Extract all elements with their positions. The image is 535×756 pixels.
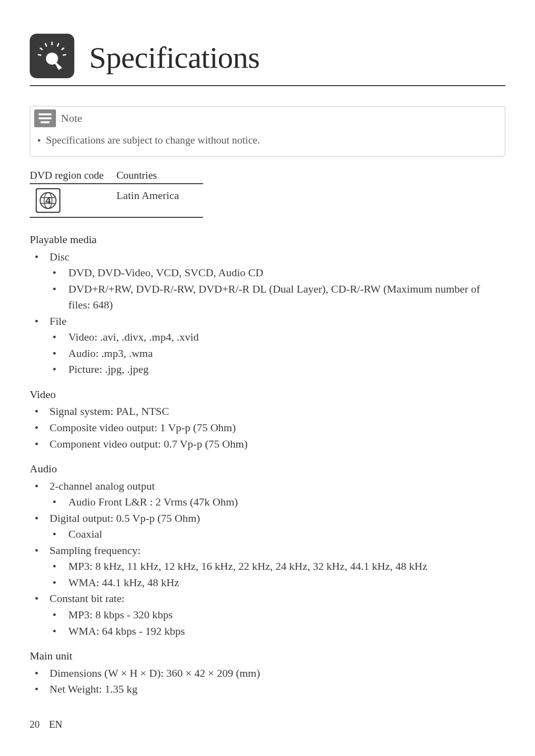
analog-label: 2-channel analog output: [50, 480, 155, 492]
list-item: Audio Front L&R : 2 Vrms (47k Ohm): [50, 494, 494, 510]
list-item: DVD, DVD-Video, VCD, SVCD, Audio CD: [50, 265, 494, 281]
list-item: MP3: 8 kHz, 11 kHz, 12 kHz, 16 kHz, 22 k…: [50, 558, 494, 575]
region-number: 4: [45, 195, 51, 206]
page-header: Specifications: [30, 34, 505, 86]
region-header-countries: Countries: [116, 169, 157, 182]
list-item: WMA: 44.1 kHz, 48 kHz: [50, 575, 494, 591]
section-title-audio: Audio: [30, 461, 494, 477]
list-item: MP3: 8 kbps - 320 kbps: [50, 607, 494, 623]
list-item: WMA: 64 kbps - 192 kbps: [50, 623, 494, 640]
svg-line-5: [38, 54, 41, 55]
note-body: Specifications are subject to change wit…: [30, 127, 505, 156]
gauge-icon: [30, 34, 74, 78]
note-box: Note Specifications are subject to chang…: [30, 106, 505, 156]
list-item: Audio: .mp3, .wma: [50, 346, 494, 362]
list-item: Coaxial: [50, 526, 494, 543]
list-item: Dimensions (W × H × D): 360 × 42 × 209 (…: [30, 665, 494, 682]
region-header-code: DVD region code: [30, 169, 116, 182]
list-item: Net Weight: 1.35 kg: [30, 681, 494, 698]
file-label: File: [50, 315, 66, 327]
page-number: 20: [30, 719, 40, 730]
lang-code: EN: [49, 719, 62, 730]
svg-line-4: [61, 48, 64, 50]
page-title: Specifications: [89, 40, 260, 75]
note-label: Note: [61, 112, 82, 125]
svg-line-6: [63, 54, 66, 55]
svg-line-2: [57, 43, 59, 47]
section-title-video: Video: [30, 387, 494, 403]
note-icon: [34, 109, 56, 127]
svg-line-1: [45, 43, 47, 47]
list-item: Component video output: 0.7 Vp-p (75 Ohm…: [30, 436, 494, 453]
note-text: Specifications are subject to change wit…: [46, 134, 260, 147]
list-item: Video: .avi, .divx, .mp4, .xvid: [50, 329, 494, 346]
section-title-playable: Playable media: [30, 232, 494, 248]
globe-icon: 4: [36, 188, 60, 213]
list-item: Signal system: PAL, NTSC: [30, 403, 494, 420]
svg-line-3: [40, 48, 43, 50]
region-country: Latin America: [116, 188, 179, 202]
page-footer: 20 EN: [30, 719, 62, 730]
section-title-main-unit: Main unit: [30, 648, 494, 664]
list-item: Picture: .jpg, .jpeg: [50, 361, 494, 378]
list-item: Composite video output: 1 Vp-p (75 Ohm): [30, 420, 494, 436]
list-item: DVD+R/+RW, DVD-R/-RW, DVD+R/-R DL (Dual …: [50, 281, 494, 313]
bitrate-label: Constant bit rate:: [50, 592, 125, 605]
disc-label: Disc: [50, 251, 69, 263]
region-table: DVD region code Countries 4 Latin Americ…: [30, 169, 203, 218]
sampling-label: Sampling frequency:: [50, 544, 141, 556]
digital-label: Digital output: 0.5 Vp-p (75 Ohm): [50, 512, 200, 524]
